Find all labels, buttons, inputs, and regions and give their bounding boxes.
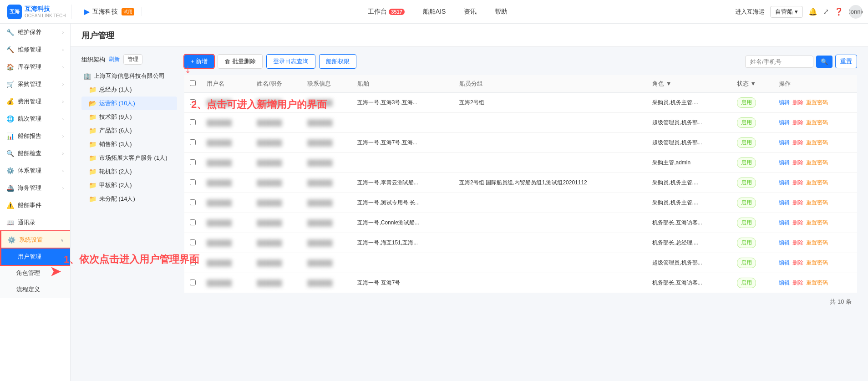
reset-pwd-action[interactable]: 重置密码: [806, 179, 828, 186]
tree-node-8[interactable]: 📁 未分配 (14人): [81, 192, 177, 206]
reset-pwd-action[interactable]: 重置密码: [806, 259, 828, 266]
nav-news[interactable]: 资讯: [462, 8, 478, 16]
row-checkbox[interactable]: [190, 99, 196, 105]
edit-action[interactable]: 编辑: [779, 139, 790, 146]
sidebar-item-sys-settings[interactable]: ⚙️ 系统设置 ∨: [0, 231, 70, 249]
row-checkbox[interactable]: [190, 139, 196, 145]
search-input[interactable]: [745, 56, 813, 68]
reset-pwd-action[interactable]: 重置密码: [806, 279, 828, 286]
sidebar-item-ship-report[interactable]: 📊 船舶报告 ›: [0, 127, 70, 145]
cell-username: ██████: [201, 153, 251, 173]
sidebar-item-vessel-event[interactable]: ⚠️ 船舶事件: [0, 197, 70, 214]
tree-refresh-btn[interactable]: 刷新: [109, 56, 120, 63]
sidebar-purchase-label: 采购管理: [18, 80, 41, 88]
sidebar-item-maintenance[interactable]: 🔧 维护保养 ›: [0, 24, 70, 41]
sidebar: 🔧 维护保养 › 🔨 维修管理 › 🏠 库存管理 › 🛒 采购管理 ›: [0, 24, 71, 381]
sidebar-sub-user-mgmt[interactable]: 用户管理: [0, 249, 70, 265]
sidebar-item-inventory[interactable]: 🏠 库存管理 ›: [0, 58, 70, 76]
fullscreen-icon[interactable]: ⤢: [823, 7, 829, 16]
tree-node-2[interactable]: 📁 技术部 (9人): [81, 110, 177, 124]
status-badge: 启用: [737, 278, 756, 288]
repair-arrow: ›: [62, 47, 64, 52]
sidebar-item-finance[interactable]: 💰 费用管理 ›: [0, 93, 70, 110]
delete-action[interactable]: 删除: [792, 259, 803, 266]
sidebar-item-inspection[interactable]: 🔍 船舶检查 ›: [0, 145, 70, 162]
logo-area[interactable]: 互海 互海科技 OCEAN LINK TECH: [5, 5, 71, 19]
select-all-checkbox[interactable]: [190, 80, 196, 86]
add-user-button[interactable]: + 新增: [184, 55, 214, 68]
brand-area[interactable]: ▶ 互海科技 试用: [77, 7, 142, 16]
row-checkbox[interactable]: [190, 159, 196, 165]
delete-action[interactable]: 删除: [792, 139, 803, 146]
edit-action[interactable]: 编辑: [779, 119, 790, 126]
vessel-perm-button[interactable]: 船舶权限: [319, 54, 356, 69]
reset-pwd-action[interactable]: 重置密码: [806, 219, 828, 226]
enter-platform-btn[interactable]: 进入互海运: [735, 8, 765, 16]
sidebar-item-repair[interactable]: 🔨 维修管理 ›: [0, 41, 70, 58]
self-vessel-btn[interactable]: 自营船 ▾: [770, 6, 803, 18]
delete-action[interactable]: 删除: [792, 159, 803, 166]
edit-action[interactable]: 编辑: [779, 99, 790, 106]
notification-icon[interactable]: 🔔: [808, 7, 817, 16]
row-checkbox[interactable]: [190, 179, 196, 185]
edit-action[interactable]: 编辑: [779, 199, 790, 206]
col-status[interactable]: 状态 ▼: [731, 75, 774, 93]
cell-contact: ██████: [302, 193, 352, 213]
reset-pwd-action[interactable]: 重置密码: [806, 139, 828, 146]
tree-node-4[interactable]: 📁 销售部 (3人): [81, 137, 177, 151]
nav-workbench[interactable]: 工作台 3517: [366, 8, 406, 16]
reset-button[interactable]: 重置: [835, 55, 857, 68]
logo-text: 互海科技: [25, 5, 66, 13]
delete-action[interactable]: 删除: [792, 179, 803, 186]
tree-node-1[interactable]: 📂 运营部 (10人): [81, 97, 177, 110]
reset-pwd-action[interactable]: 重置密码: [806, 119, 828, 126]
reset-pwd-action[interactable]: 重置密码: [806, 239, 828, 246]
edit-action[interactable]: 编辑: [779, 179, 790, 186]
tree-node-0[interactable]: 📁 总经办 (1人): [81, 83, 177, 97]
avatar[interactable]: Connie: [849, 5, 863, 19]
edit-action[interactable]: 编辑: [779, 259, 790, 266]
reset-pwd-action[interactable]: 重置密码: [806, 99, 828, 106]
delete-action[interactable]: 删除: [792, 119, 803, 126]
row-checkbox[interactable]: [190, 219, 196, 225]
edit-action[interactable]: 编辑: [779, 219, 790, 226]
row-checkbox[interactable]: [190, 199, 196, 205]
sidebar-sub-workflow[interactable]: 流程定义: [0, 281, 70, 298]
sidebar-sub-role-mgmt[interactable]: 角色管理: [0, 265, 70, 281]
logo-sub: OCEAN LINK TECH: [25, 13, 66, 18]
tree-node-3[interactable]: 📁 产品部 (6人): [81, 124, 177, 137]
tree-node-5[interactable]: 📁 市场拓展大客户服务 (1人): [81, 151, 177, 165]
nav-ais[interactable]: 船舶AIS: [421, 8, 448, 16]
edit-action[interactable]: 编辑: [779, 159, 790, 166]
search-button[interactable]: 🔍: [816, 56, 832, 68]
delete-action[interactable]: 删除: [792, 219, 803, 226]
edit-action[interactable]: 编辑: [779, 239, 790, 246]
tree-node-6[interactable]: 📁 轮机部 (2人): [81, 165, 177, 178]
folder-icon-7: 📁: [89, 182, 96, 189]
row-checkbox[interactable]: [190, 259, 196, 265]
nav-help[interactable]: 帮助: [493, 8, 509, 16]
batch-delete-button[interactable]: 🗑 批量删除: [218, 54, 263, 69]
edit-action[interactable]: 编辑: [779, 279, 790, 286]
delete-action[interactable]: 删除: [792, 239, 803, 246]
help-icon[interactable]: ❓: [834, 7, 843, 16]
sidebar-item-system-mgmt[interactable]: ⚙️ 体系管理 ›: [0, 162, 70, 179]
row-checkbox[interactable]: [190, 119, 196, 125]
tree-manage-button[interactable]: 管理: [123, 54, 142, 65]
row-checkbox[interactable]: [190, 239, 196, 245]
cell-actions: 编辑删除重置密码: [773, 133, 857, 153]
cell-name-job: ██████: [251, 273, 302, 293]
sidebar-item-purchase[interactable]: 🛒 采购管理 ›: [0, 76, 70, 93]
reset-pwd-action[interactable]: 重置密码: [806, 199, 828, 206]
delete-action[interactable]: 删除: [792, 199, 803, 206]
delete-action[interactable]: 删除: [792, 99, 803, 106]
login-log-button[interactable]: 登录日志查询: [266, 54, 315, 69]
row-checkbox[interactable]: [190, 279, 196, 285]
col-role[interactable]: 角色 ▼: [647, 75, 731, 93]
delete-action[interactable]: 删除: [792, 279, 803, 286]
sidebar-item-maritime[interactable]: 🚢 海务管理 ›: [0, 179, 70, 197]
tree-node-7[interactable]: 📁 甲板部 (2人): [81, 178, 177, 192]
reset-pwd-action[interactable]: 重置密码: [806, 159, 828, 166]
sidebar-item-voyage[interactable]: 🌐 航次管理 ›: [0, 110, 70, 127]
sidebar-item-contacts[interactable]: 📖 通讯录: [0, 214, 70, 231]
